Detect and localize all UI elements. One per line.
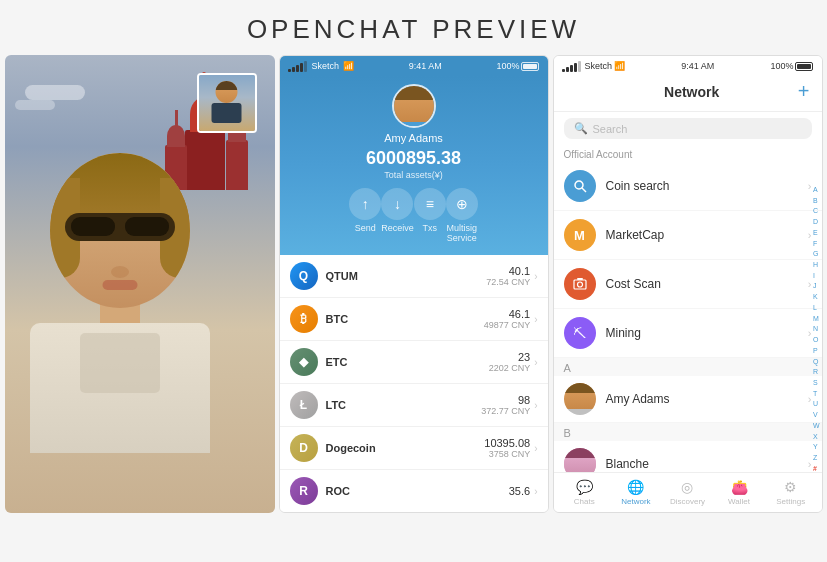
p3-battery: 100%: [770, 61, 813, 71]
roc-name: ROC: [326, 485, 509, 497]
selfie-background: [5, 55, 275, 513]
ltc-name: LTC: [326, 399, 482, 411]
coin-item-roc[interactable]: R ROC 35.6 ›: [280, 470, 548, 513]
p3-discovery-label: Discovery: [670, 497, 705, 506]
phone3-network: Sketch 📶 9:41 AM 100% Network + 🔍 Search…: [553, 55, 823, 513]
send-button[interactable]: ↑ Send: [349, 188, 381, 243]
receive-icon: ↓: [381, 188, 413, 220]
ltc-chevron-icon: ›: [534, 400, 537, 411]
p3-settings-label: Settings: [776, 497, 805, 506]
p3-wallet-label: Wallet: [728, 497, 750, 506]
qtum-cny: 72.54 CNY: [486, 277, 530, 287]
mining-name: Mining: [606, 326, 808, 340]
selfie-person: [20, 153, 220, 453]
roc-chevron-icon: ›: [534, 486, 537, 497]
p3-settings-icon: ⚙: [784, 479, 797, 495]
ltc-icon: Ł: [290, 391, 318, 419]
phone2-wallet: Sketch 📶 9:41 AM 100% Amy Adams 6000895.…: [279, 55, 549, 513]
p3-nav-network-btn[interactable]: 🌐 Network: [610, 479, 662, 506]
etc-chevron-icon: ›: [534, 357, 537, 368]
ltc-values: 98 372.77 CNY: [481, 394, 530, 416]
p3-nav-wallet-btn[interactable]: 👛 Wallet: [713, 479, 765, 506]
contact-amy-adams[interactable]: Amy Adams ›: [554, 376, 822, 423]
coin-item-doge[interactable]: D Dogecoin 10395.08 3758 CNY ›: [280, 427, 548, 470]
etc-amount: 23: [489, 351, 531, 363]
p3-signal: Sketch 📶: [562, 61, 626, 72]
btc-cny: 49877 CNY: [484, 320, 531, 330]
search-placeholder: Search: [593, 123, 628, 135]
doge-name: Dogecoin: [326, 442, 485, 454]
network-title: Network: [586, 84, 798, 100]
etc-cny: 2202 CNY: [489, 363, 531, 373]
p3-nav-chats-btn[interactable]: 💬 Chats: [559, 479, 611, 506]
amy-avatar: [564, 383, 596, 415]
marketcap-chevron-icon: ›: [808, 229, 812, 241]
official-account-label: Official Account: [554, 145, 822, 162]
etc-values: 23 2202 CNY: [489, 351, 531, 373]
mining-icon: ⛏: [564, 317, 596, 349]
txs-button[interactable]: ≡ Txs: [414, 188, 446, 243]
add-contact-button[interactable]: +: [798, 80, 810, 103]
alphabet-sidebar[interactable]: A B C D E F G H I J K L M N O P Q R S T …: [813, 186, 820, 472]
svg-point-0: [575, 181, 583, 189]
network-item-coin-search[interactable]: Coin search ›: [554, 162, 822, 211]
roc-icon: R: [290, 477, 318, 505]
network-item-marketcap[interactable]: M MarketCap ›: [554, 211, 822, 260]
blanche-name: Blanche: [606, 457, 808, 471]
section-b-label: B: [554, 423, 822, 441]
network-item-mining[interactable]: ⛏ Mining ›: [554, 309, 822, 358]
coin-search-name: Coin search: [606, 179, 808, 193]
coin-item-qtum[interactable]: Q QTUM 40.1 72.54 CNY ›: [280, 255, 548, 298]
btc-amount: 46.1: [484, 308, 531, 320]
phone3-bottom-nav: 💬 Chats 🌐 Network ◎ Discovery 👛 Wallet ⚙…: [554, 472, 822, 512]
etc-name: ETC: [326, 356, 489, 368]
coin-item-ltc[interactable]: Ł LTC 98 372.77 CNY ›: [280, 384, 548, 427]
cost-scan-name: Cost Scan: [606, 277, 808, 291]
p3-wifi-icon: 📶: [614, 61, 625, 71]
section-a-label: A: [554, 358, 822, 376]
qtum-name: QTUM: [326, 270, 487, 282]
coin-search-chevron-icon: ›: [808, 180, 812, 192]
cost-scan-icon: [564, 268, 596, 300]
p3-nav-settings-btn[interactable]: ⚙ Settings: [765, 479, 817, 506]
coin-item-btc[interactable]: ₿ BTC 46.1 49877 CNY ›: [280, 298, 548, 341]
network-item-cost-scan[interactable]: Cost Scan ›: [554, 260, 822, 309]
wallet-actions: ↑ Send ↓ Receive ≡ Txs ⊕ MultisigService: [339, 180, 488, 243]
multisig-label: MultisigService: [446, 223, 477, 243]
p3-chats-label: Chats: [574, 497, 595, 506]
multisig-button[interactable]: ⊕ MultisigService: [446, 188, 478, 243]
roc-values: 35.6: [509, 485, 530, 497]
p3-chats-icon: 💬: [576, 479, 593, 495]
qtum-amount: 40.1: [486, 265, 530, 277]
phones-container: Sketch 📶 9:41 AM 100% Amy Adams 6000895.…: [0, 55, 827, 513]
p3-nav-discovery-btn[interactable]: ◎ Discovery: [662, 479, 714, 506]
qtum-values: 40.1 72.54 CNY: [486, 265, 530, 287]
txs-icon: ≡: [414, 188, 446, 220]
phone3-status-bar: Sketch 📶 9:41 AM 100%: [554, 56, 822, 76]
coin-list: Q QTUM 40.1 72.54 CNY › ₿ BTC 46.1 49877…: [280, 255, 548, 513]
coin-item-etc[interactable]: ◆ ETC 23 2202 CNY ›: [280, 341, 548, 384]
receive-button[interactable]: ↓ Receive: [381, 188, 414, 243]
svg-rect-4: [577, 278, 583, 280]
search-bar[interactable]: 🔍 Search: [564, 118, 812, 139]
network-header: Network +: [554, 76, 822, 112]
p3-time: 9:41 AM: [681, 61, 714, 71]
battery-pct: 100%: [496, 61, 519, 71]
network-name: Sketch: [312, 61, 340, 71]
send-icon: ↑: [349, 188, 381, 220]
doge-icon: D: [290, 434, 318, 462]
btc-icon: ₿: [290, 305, 318, 333]
user-avatar: [392, 84, 436, 128]
send-label: Send: [355, 223, 376, 233]
doge-cny: 3758 CNY: [484, 449, 530, 459]
doge-values: 10395.08 3758 CNY: [484, 437, 530, 459]
page-title: OPENCHAT PREVIEW: [247, 14, 580, 45]
coin-search-icon: [564, 170, 596, 202]
search-icon: 🔍: [574, 122, 588, 135]
txs-label: Txs: [423, 223, 438, 233]
cost-scan-chevron-icon: ›: [808, 278, 812, 290]
qtum-chevron-icon: ›: [534, 271, 537, 282]
p3-network-name: Sketch: [585, 61, 613, 71]
svg-point-3: [577, 282, 582, 287]
doge-amount: 10395.08: [484, 437, 530, 449]
